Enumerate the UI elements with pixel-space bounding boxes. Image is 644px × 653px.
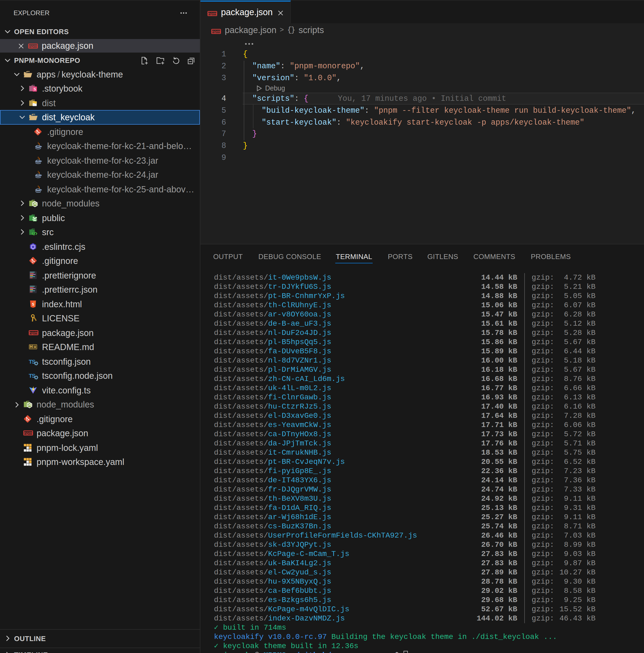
- svg-text:5: 5: [32, 302, 34, 307]
- svg-text:S: S: [33, 87, 36, 91]
- svg-text:JS: JS: [28, 403, 31, 406]
- svg-text:npm: npm: [212, 29, 220, 33]
- svg-text:npm: npm: [24, 431, 32, 435]
- svg-text:npm: npm: [29, 331, 38, 335]
- svg-text:JS: JS: [33, 202, 36, 205]
- svg-text:npm: npm: [208, 11, 216, 16]
- svg-text:TS: TS: [28, 373, 35, 379]
- svg-text:npm: npm: [29, 44, 37, 48]
- svg-text:TS: TS: [28, 359, 35, 365]
